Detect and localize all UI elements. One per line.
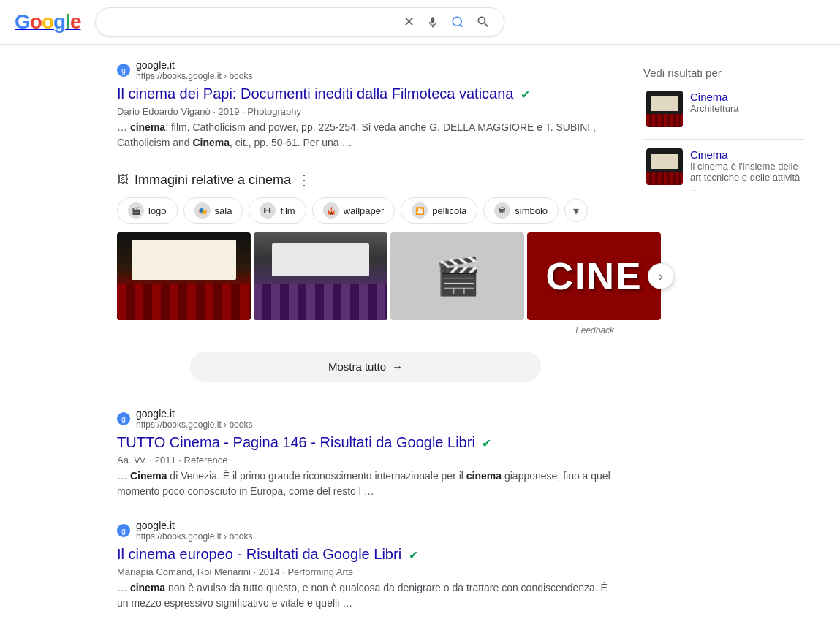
mostra-arrow: →: [392, 360, 403, 373]
result-meta-3: Mariapia Comand, Roi Menarini · 2014 · P…: [117, 566, 614, 577]
images-grid: CINE: [117, 232, 661, 320]
domain-name-3: google.it: [136, 520, 252, 531]
feedback-link[interactable]: Feedback: [117, 325, 614, 335]
sidebar: Vedi risultati per Cinema Architettura C…: [629, 59, 819, 630]
sidebar-info-1: Cinema Architettura: [690, 91, 738, 114]
search-bar: cinema ✕: [95, 7, 504, 37]
result-meta-1: Dario Edoardo Viganò · 2019 · Photograph…: [117, 106, 614, 117]
logo-o2: o: [42, 10, 53, 33]
mostra-wrapper: Mostra tutto →: [117, 343, 614, 390]
result-source-2: g google.it https://books.google.it › bo…: [117, 408, 614, 430]
chip-wallpaper[interactable]: 🎪 wallpaper: [312, 197, 396, 224]
result-title-text-1: Il cinema dei Papi: Documenti inediti da…: [117, 86, 514, 102]
result-title-text-2: TUTTO Cinema - Pagina 146 - Risultati da…: [117, 434, 475, 450]
chip-film-label: film: [280, 205, 295, 216]
sidebar-divider: [643, 139, 804, 140]
sidebar-title: Vedi risultati per: [643, 67, 804, 79]
images-header: 🖼 Immagini relative a cinema ⋮: [117, 171, 614, 189]
img4-text: CINE: [545, 254, 642, 298]
image-thumb-4[interactable]: CINE: [527, 232, 661, 320]
search-icons: ✕: [402, 12, 492, 31]
favicon-3: g: [117, 524, 130, 537]
sidebar-name-2: Cinema: [690, 148, 801, 161]
domain-name-2: google.it: [136, 408, 252, 420]
result-source-3: g google.it https://books.google.it › bo…: [117, 520, 614, 542]
mostra-tutto-button[interactable]: Mostra tutto →: [190, 352, 541, 382]
image-thumb-3[interactable]: [390, 232, 524, 320]
search-input[interactable]: cinema: [107, 15, 396, 29]
logo-o1: o: [30, 10, 42, 33]
images-more-icon[interactable]: ⋮: [297, 171, 311, 189]
clear-button[interactable]: ✕: [402, 12, 416, 31]
header: Google cinema ✕: [0, 0, 840, 45]
chip-pellicola-icon: 🎦: [412, 202, 428, 219]
result-source-1: g google.it https://books.google.it › bo…: [117, 59, 614, 81]
filter-chips: 🎬 logo 🎭 sala 🎞 film 🎪 wallpaper 🎦: [117, 197, 614, 224]
logo-g2: g: [53, 10, 65, 33]
chip-film[interactable]: 🎞 film: [249, 197, 306, 224]
sidebar-img-2: [646, 148, 683, 185]
image-thumb-2[interactable]: [254, 232, 387, 320]
logo-l: l: [65, 10, 70, 33]
results-column: g google.it https://books.google.it › bo…: [0, 59, 629, 630]
result-snippet-3: … cinema non è avulso da tutto questo, e…: [117, 580, 614, 611]
result-title-3[interactable]: Il cinema europeo - Risultati da Google …: [117, 544, 614, 563]
result-source-info-3: google.it https://books.google.it › book…: [136, 520, 252, 542]
result-domain-1: google.it https://books.google.it › book…: [136, 59, 252, 81]
images-section: 🖼 Immagini relative a cinema ⋮ 🎬 logo 🎭 …: [117, 171, 614, 390]
favicon-2: g: [117, 412, 130, 425]
chip-simbolo-icon: 🏛: [494, 202, 510, 219]
result-url-2: https://books.google.it › books: [136, 420, 252, 430]
chip-logo[interactable]: 🎬 logo: [117, 197, 178, 224]
chip-expand-button[interactable]: ▾: [564, 199, 588, 222]
svg-point-0: [453, 17, 462, 26]
image-thumb-1[interactable]: [117, 232, 251, 320]
sidebar-desc-1: Architettura: [690, 103, 738, 114]
lens-button[interactable]: [450, 14, 466, 30]
result-card-2: g google.it https://books.google.it › bo…: [117, 408, 614, 499]
chip-pellicola-label: pellicola: [432, 205, 466, 216]
result-snippet-1: … cinema: film, Catholicism and power, p…: [117, 120, 614, 151]
chip-film-icon: 🎞: [260, 202, 276, 219]
images-next-button[interactable]: ›: [648, 263, 674, 289]
logo-g: G: [15, 10, 30, 33]
chip-simbolo-label: simbolo: [515, 205, 548, 216]
result-snippet-2: … Cinema di Venezia. È il primo grande r…: [117, 468, 614, 499]
images-section-icon: 🖼: [117, 173, 129, 186]
favicon-1: g: [117, 64, 130, 77]
chip-wallpaper-label: wallpaper: [344, 205, 385, 216]
result-title-2[interactable]: TUTTO Cinema - Pagina 146 - Risultati da…: [117, 433, 614, 452]
main-container: g google.it https://books.google.it › bo…: [0, 45, 840, 630]
verified-badge-3: ✔: [409, 549, 418, 561]
verified-badge-1: ✔: [521, 88, 530, 101]
result-meta-2: Aa. Vv. · 2011 · Reference: [117, 455, 614, 466]
mostra-label: Mostra tutto: [328, 360, 386, 373]
result-title-text-3: Il cinema europeo - Risultati da Google …: [117, 546, 401, 562]
result-url-1: https://books.google.it › books: [136, 71, 252, 81]
result-url-3: https://books.google.it › books: [136, 531, 252, 542]
verified-badge-2: ✔: [482, 437, 491, 449]
chip-sala-icon: 🎭: [194, 202, 211, 219]
sidebar-card-1[interactable]: Cinema Architettura: [643, 88, 804, 130]
voice-search-button[interactable]: [425, 14, 441, 30]
chip-wallpaper-icon: 🎪: [323, 202, 339, 219]
result-card-1: g google.it https://books.google.it › bo…: [117, 59, 614, 151]
images-title: Immagini relative a cinema: [135, 172, 291, 188]
sidebar-card-2[interactable]: Cinema Il cinema è l'insieme delle art t…: [643, 145, 804, 197]
result-title-1[interactable]: Il cinema dei Papi: Documenti inediti da…: [117, 84, 614, 103]
sidebar-name-1: Cinema: [690, 91, 738, 103]
chip-sala-label: sala: [215, 205, 232, 216]
result-source-info-2: google.it https://books.google.it › book…: [136, 408, 252, 430]
chip-sala[interactable]: 🎭 sala: [183, 197, 243, 224]
chip-pellicola[interactable]: 🎦 pellicola: [401, 197, 477, 224]
chip-simbolo[interactable]: 🏛 simbolo: [483, 197, 559, 224]
result-card-3: g google.it https://books.google.it › bo…: [117, 520, 614, 611]
domain-name-1: google.it: [136, 59, 252, 71]
chip-logo-label: logo: [148, 205, 167, 216]
google-logo[interactable]: Google: [15, 10, 80, 34]
search-button[interactable]: [474, 13, 492, 31]
logo-e: e: [70, 10, 81, 33]
sidebar-desc-2: Il cinema è l'insieme delle art tecniche…: [690, 161, 801, 194]
images-grid-wrapper: CINE ›: [117, 232, 661, 320]
sidebar-img-1: [646, 91, 683, 127]
